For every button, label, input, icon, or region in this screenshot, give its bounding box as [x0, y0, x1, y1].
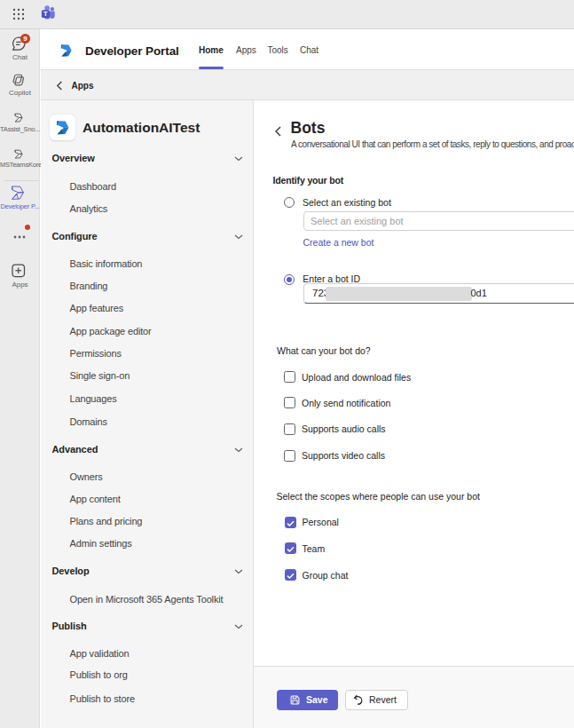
svg-text:T: T — [43, 10, 48, 18]
